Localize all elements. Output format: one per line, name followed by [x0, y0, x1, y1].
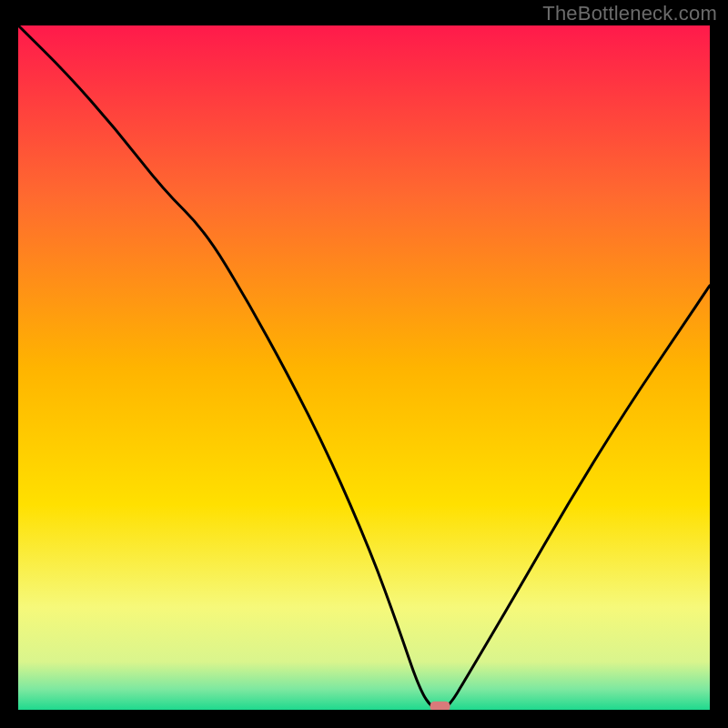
chart-frame: TheBottleneck.com [0, 0, 728, 728]
gradient-background [18, 25, 710, 710]
plot-svg [18, 25, 710, 710]
bottleneck-plot [18, 25, 710, 710]
brand-watermark: TheBottleneck.com [542, 2, 717, 25]
optimal-marker [430, 702, 450, 710]
